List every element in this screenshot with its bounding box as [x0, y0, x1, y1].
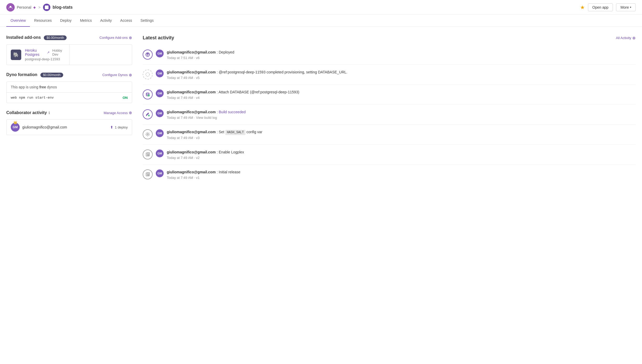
collab-title: Collaborator activity — [6, 110, 47, 115]
activity-section-header: Latest activity All Activity ⊕ — [143, 35, 636, 41]
activity-time: Today at 7:49 AM · v5 — [167, 76, 636, 80]
manage-access-link[interactable]: Manage Access ⊕ — [104, 110, 132, 115]
favorite-button[interactable]: ★ — [580, 4, 585, 10]
addons-section-header: Installed add-ons $0.00/month Configure … — [6, 35, 132, 40]
svg-point-3 — [146, 93, 149, 94]
activity-user-email: giuliomagnifico@gmail.com — [167, 70, 216, 74]
dyno-command: web npm run start-env — [11, 96, 54, 100]
app-icon — [43, 4, 50, 11]
user-avatar: GM — [156, 109, 164, 117]
activity-time: Today at 7:49 AM · v2 — [167, 156, 636, 160]
activity-user-email: giuliomagnifico@gmail.com — [167, 150, 216, 154]
tab-resources[interactable]: Resources — [30, 15, 56, 27]
tab-overview[interactable]: Overview — [6, 15, 30, 27]
addon-sub: postgresql-deep-11593 — [25, 57, 65, 61]
nav-tabs: Overview Resources Deploy Metrics Activi… — [0, 15, 642, 27]
activity-text: giuliomagnifico@gmail.com : Build succee… — [167, 109, 636, 120]
activity-action: : Enable Logplex — [217, 150, 244, 154]
activity-title: Latest activity — [143, 35, 174, 41]
configure-addons-link[interactable]: Configure Add-ons ⊕ — [99, 35, 132, 40]
collaborator-section: Collaborator activity ℹ Manage Access ⊕ … — [6, 110, 132, 135]
activity-action: : @ref:postgresql-deep-11593 completed p… — [217, 70, 347, 74]
collab-deploys: ⬆ 1 deploy — [110, 125, 128, 129]
svg-point-0 — [10, 6, 12, 8]
activity-item: GM giuliomagnifico@gmail.com : @ref:post… — [143, 65, 636, 85]
tab-access[interactable]: Access — [116, 15, 136, 27]
activity-action: : Deployed — [217, 50, 234, 54]
activity-time: Today at 7:49 AM · v1 — [167, 176, 636, 180]
activity-item: GM giuliomagnifico@gmail.com : Build suc… — [143, 105, 636, 125]
tab-settings[interactable]: Settings — [136, 15, 158, 27]
crown-icon: 👑 — [13, 121, 17, 124]
deploy-count-icon: ⬆ — [110, 125, 113, 129]
user-avatar: GM — [156, 149, 164, 157]
user-avatar: GM — [156, 50, 164, 57]
main-content: Installed add-ons $0.00/month Configure … — [0, 27, 642, 193]
activity-user-email: giuliomagnifico@gmail.com — [167, 50, 216, 54]
circle-plus-icon-collab: ⊕ — [129, 110, 132, 115]
addon-cards: 🐘 Heroku Postgres ↗ Hobby Dev postgresql… — [6, 44, 132, 65]
user-avatar: GM — [156, 69, 164, 77]
dyno-title: Dyno formation — [6, 72, 37, 77]
database-activity-icon — [143, 89, 153, 99]
user-avatar: GM — [156, 169, 164, 177]
tab-deploy[interactable]: Deploy — [56, 15, 76, 27]
addon-item[interactable]: 🐘 Heroku Postgres ↗ Hobby Dev postgresql… — [7, 45, 69, 65]
tab-activity[interactable]: Activity — [96, 15, 116, 27]
dyno-section-header: Dyno formation $0.00/month Configure Dyn… — [6, 72, 132, 77]
open-app-button[interactable]: Open app — [588, 3, 613, 11]
config-activity-icon — [143, 129, 153, 139]
all-activity-link[interactable]: All Activity ⊕ — [616, 36, 636, 40]
breadcrumb: Personal ◆ > blog-stats — [6, 3, 580, 12]
activity-item: GM giuliomagnifico@gmail.com : Attach DA… — [143, 85, 636, 105]
app-name: blog-stats — [52, 5, 72, 10]
dyno-title-group: Dyno formation $0.00/month — [6, 72, 63, 77]
breadcrumb-separator: > — [38, 5, 40, 9]
activity-text: giuliomagnifico@gmail.com : Set HASH_SAL… — [167, 129, 636, 140]
user-avatar: GM — [156, 89, 164, 97]
collab-section-header: Collaborator activity ℹ Manage Access ⊕ — [6, 110, 132, 115]
activity-action-suffix: config var — [247, 130, 263, 134]
collab-left: 👑 GM giuliomagnifico@gmail.com — [11, 123, 67, 132]
activity-user-email: giuliomagnifico@gmail.com — [167, 90, 216, 94]
right-panel: Latest activity All Activity ⊕ GM — [143, 35, 636, 184]
activity-text: giuliomagnifico@gmail.com : Attach DATAB… — [167, 89, 636, 100]
addon-card-right — [69, 45, 132, 65]
activity-time: Today at 7:49 AM · View build log — [167, 116, 636, 120]
addon-name: Heroku Postgres ↗ Hobby Dev — [25, 48, 65, 57]
addon-info: Heroku Postgres ↗ Hobby Dev postgresql-d… — [25, 48, 65, 61]
user-avatar: GM — [156, 129, 164, 137]
provision-activity-icon — [143, 69, 153, 79]
top-bar: Personal ◆ > blog-stats ★ Open app More … — [0, 0, 642, 15]
activity-item: GM giuliomagnifico@gmail.com : Enable Lo… — [143, 145, 636, 165]
deploy-count: 1 deploy — [115, 125, 128, 129]
svg-point-2 — [146, 73, 149, 76]
dyno-price-badge: $0.00/month — [40, 73, 63, 77]
activity-text: giuliomagnifico@gmail.com : Deployed Tod… — [167, 50, 636, 60]
build-activity-icon — [143, 109, 153, 119]
circle-plus-icon-dyno: ⊕ — [129, 73, 132, 77]
view-build-log-link[interactable]: View build log — [196, 116, 217, 120]
activity-time: Today at 7:51 AM · v6 — [167, 56, 636, 60]
addons-title: Installed add-ons — [6, 35, 41, 40]
top-bar-actions: ★ Open app More ▾ — [580, 3, 636, 11]
more-label: More — [620, 5, 629, 9]
logplex-activity-icon — [143, 149, 153, 159]
tab-metrics[interactable]: Metrics — [76, 15, 96, 27]
configure-dynos-link[interactable]: Configure Dynos ⊕ — [102, 73, 132, 77]
dyno-section: Dyno formation $0.00/month Configure Dyn… — [6, 72, 132, 103]
more-button[interactable]: More ▾ — [616, 3, 636, 11]
account-name[interactable]: Personal — [17, 5, 31, 9]
activity-item: GM giuliomagnifico@gmail.com : Deployed … — [143, 45, 636, 65]
activity-time: Today at 7:49 AM · v4 — [167, 96, 636, 100]
collab-title-group: Collaborator activity ℹ — [6, 110, 50, 115]
dyno-free-notice: This app is using free dynos — [7, 82, 132, 93]
collaborator-item: 👑 GM giuliomagnifico@gmail.com ⬆ 1 deplo… — [6, 119, 132, 135]
activity-action-prefix: : Set — [217, 130, 225, 134]
account-avatar — [6, 3, 15, 12]
build-success-text: Build succeeded — [219, 110, 246, 114]
config-var-badge: HASH_SALT — [225, 130, 245, 135]
activity-text: giuliomagnifico@gmail.com : Enable Logpl… — [167, 149, 636, 160]
breadcrumb-diamond-icon: ◆ — [33, 6, 36, 9]
activity-user-email: giuliomagnifico@gmail.com — [167, 170, 216, 174]
